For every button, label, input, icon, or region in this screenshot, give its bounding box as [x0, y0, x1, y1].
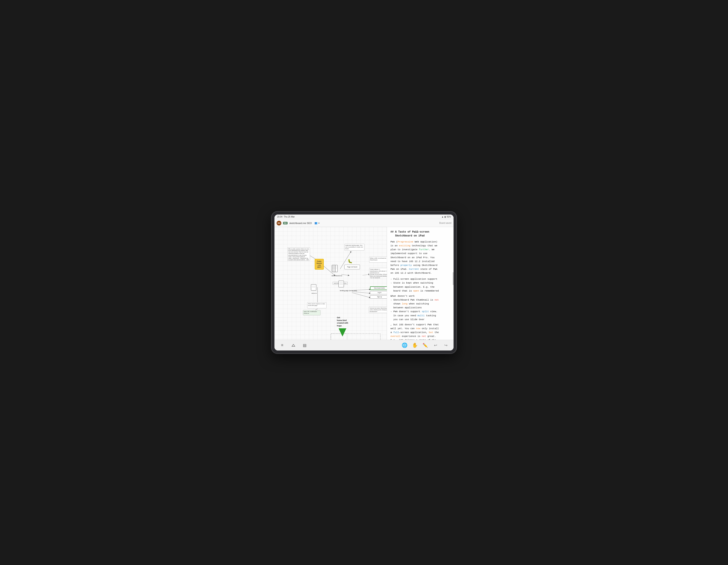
- para1: PWA (Progressive Web Application) is an …: [390, 240, 450, 275]
- svg-rect-21: [339, 281, 344, 287]
- multi-word: multi: [417, 314, 424, 317]
- wifi-icon: ▲: [441, 216, 444, 218]
- main-content: Milli pe public (praetium felek) vita nu…: [274, 227, 454, 340]
- properly-word: properly: [400, 264, 412, 267]
- tool-shape-btn[interactable]: [290, 342, 297, 349]
- landing-page-label: landing page (home.html): [338, 290, 359, 291]
- svg-line-6: [352, 291, 370, 293]
- current-word: Current: [409, 268, 419, 271]
- node-public-boards: PublicBoardsLinkSEO?: [315, 259, 324, 270]
- strike-full: Full: [412, 231, 418, 234]
- toolbar-left: ≡ ▤: [279, 342, 308, 349]
- node-implement-landing: Implement landing page. Give user a poss…: [344, 244, 364, 251]
- node-signup: Sign up: [370, 295, 387, 298]
- long-word: long: [402, 302, 407, 305]
- new-board-btn-text: New board button: [374, 287, 385, 289]
- node-page-not-found: Page not found: [344, 265, 360, 270]
- get-home-label-area: Gethome.htmlcreated withhugo.: [337, 316, 348, 336]
- not-great-word: not: [422, 335, 426, 337]
- status-left: 15:04 Thu 25 Mar: [277, 216, 295, 218]
- sketchboard-me-label: sketchboard.me: [331, 275, 342, 277]
- svg-rect-25: [311, 284, 316, 290]
- node-general-text: General text about Sketchboard online wh…: [369, 306, 387, 313]
- bottom-toolbar: ≡ ▤ 🌐 ✋ ✏️ ↩ ↪: [274, 340, 454, 350]
- split-word: split: [422, 310, 429, 313]
- node-check-referral: Check referral == sketchboard.io OR refe…: [369, 268, 387, 276]
- tool-list-btn[interactable]: ≡: [279, 342, 286, 349]
- group-icon: 👥: [314, 222, 318, 225]
- robots-txt-node: robots.txt: [311, 284, 318, 294]
- time: 15:04: [277, 216, 282, 218]
- node-nginx-url: nginx URL modification robots.txt: [303, 310, 321, 315]
- header-icons: 👥 »: [314, 222, 320, 225]
- page-icon: [331, 265, 339, 274]
- toolbar-right: 🌐 ✋ ✏️ ↩ ↪: [401, 342, 449, 349]
- avatar-initials: BD: [278, 222, 280, 224]
- tool-pen-btn[interactable]: ✏️: [422, 342, 429, 349]
- para-what-doesnt: What doesn't work - Sketchboard PWA thum…: [390, 294, 450, 321]
- but-word: but: [429, 331, 433, 334]
- ipad-screen: 15:04 Thu 25 Mar ▲ ▮ 91% BD BD sketchboa…: [274, 215, 454, 350]
- pwa-word: Progressive: [398, 241, 413, 243]
- overall-word: overall: [390, 335, 400, 337]
- board-title: sketchboard.me SEO: [289, 222, 312, 225]
- svg-line-7: [352, 292, 370, 297]
- node-text-content: Milli pe public (praetium felek) vita nu…: [288, 248, 309, 261]
- tool-undo-btn[interactable]: ↩: [432, 342, 439, 349]
- para-list1: - Full-screen application support - Stat…: [390, 277, 450, 293]
- node-allow-search: Allow search engines to index home.html …: [307, 302, 327, 308]
- page-not-found-text: Page not found: [347, 266, 357, 268]
- tool-redo-btn[interactable]: ↪: [442, 342, 449, 349]
- page-icon-area: sketchboard.me: [331, 265, 342, 277]
- bug-icon: 🐛: [348, 259, 352, 264]
- status-bar: 15:04 Thu 25 Mar ▲ ▮ 91%: [274, 215, 454, 219]
- exciting-word: exciting: [399, 245, 410, 247]
- signup-text: Sign up: [377, 296, 382, 298]
- node-new-board-button: New board button: [370, 286, 387, 290]
- node-login: Log in: [370, 291, 387, 294]
- not-word: not: [435, 298, 439, 301]
- right-panel-heading: ## A Taste of Full-screen Sketchboard on…: [390, 230, 450, 238]
- right-panel[interactable]: ## A Taste of Full-screen Sketchboard on…: [387, 227, 454, 340]
- svg-line-4: [363, 274, 369, 276]
- board-badge: BD: [283, 222, 288, 225]
- avatar: BD: [277, 221, 281, 226]
- landing-page-doc-icon: [338, 281, 345, 288]
- para2: , but iOS doesn't support PWA that well …: [390, 323, 450, 340]
- status-right: ▲ ▮ 91%: [441, 216, 451, 218]
- tool-doc-btn[interactable]: ▤: [301, 342, 308, 349]
- full-word: full: [393, 331, 399, 334]
- battery-pct: 91%: [447, 216, 451, 218]
- node-public-boards-text: PublicBoardsLinkSEO?: [317, 261, 322, 268]
- now-word: now: [416, 327, 420, 330]
- battery-icon: ▮: [445, 216, 446, 218]
- node-url-not-found: When a URL is not found on Sketchboard.: [369, 257, 387, 263]
- landing-page-icon: [338, 281, 345, 289]
- node-text-block: Milli pe public (praetium felek) vita nu…: [287, 248, 310, 261]
- robots-txt-label: robots.txt: [311, 292, 318, 294]
- tool-hand-btn[interactable]: ✋: [411, 342, 418, 349]
- get-home-label: Gethome.htmlcreated withhugo.: [337, 316, 348, 327]
- ipad-frame: 15:04 Thu 25 Mar ▲ ▮ 91% BD BD sketchboa…: [271, 212, 457, 353]
- arrow-down-icon: [339, 328, 346, 336]
- more-icon[interactable]: »: [318, 222, 320, 225]
- open-word: open: [413, 289, 419, 292]
- date: Thu 25 Mar: [284, 216, 295, 218]
- connections-svg: [274, 227, 387, 340]
- further-word: further: [419, 248, 429, 251]
- robots-doc-icon: [311, 284, 318, 292]
- board-saved-text: Board saved: [439, 222, 451, 224]
- scroll-indicator: [453, 272, 454, 285]
- svg-line-3: [341, 274, 349, 276]
- login-text: Log in: [378, 292, 381, 293]
- tool-globe-btn[interactable]: 🌐: [401, 342, 408, 349]
- app-header: BD BD sketchboard.me SEO 👥 » Board saved: [274, 219, 454, 227]
- canvas-area[interactable]: Milli pe public (praetium felek) vita nu…: [274, 227, 387, 340]
